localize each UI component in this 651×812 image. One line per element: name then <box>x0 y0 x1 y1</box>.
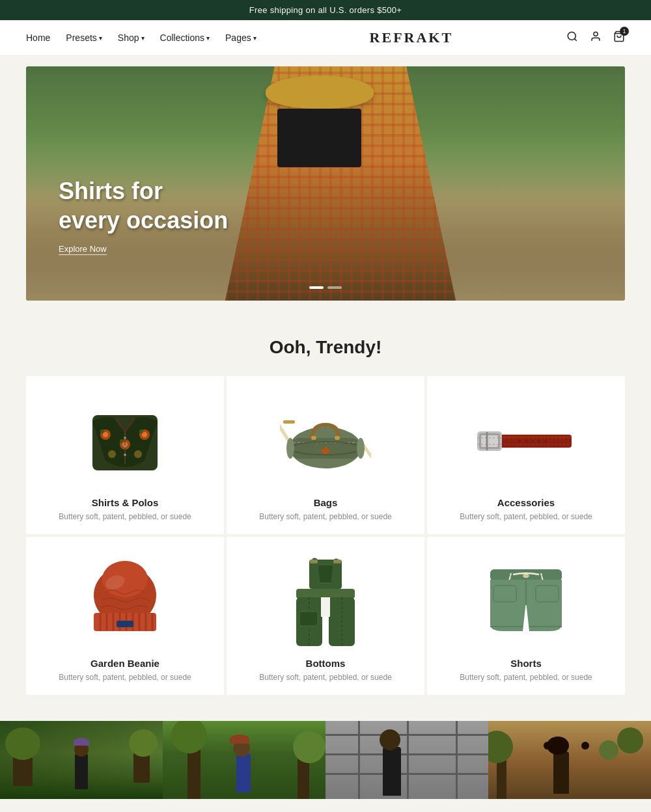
header-icons: 1 <box>566 31 625 46</box>
shorts-product-image <box>474 556 578 647</box>
category-card-shorts[interactable]: Shorts Buttery soft, patent, pebbled, or… <box>427 537 625 695</box>
search-button[interactable] <box>566 31 578 46</box>
svg-point-40 <box>531 440 534 442</box>
site-logo[interactable]: REFRAKT <box>370 29 454 46</box>
trendy-title: Ooh, Trendy! <box>26 337 625 358</box>
category-desc-shorts: Buttery soft, patent, pebbled, or suede <box>460 673 592 682</box>
hero-heading: Shirts for every occasion <box>59 176 228 235</box>
hero-cta-button[interactable]: Explore Now <box>59 244 107 255</box>
svg-point-17 <box>124 437 126 439</box>
svg-point-10 <box>142 432 147 437</box>
trendy-section: Ooh, Trendy! <box>0 311 651 708</box>
svg-rect-22 <box>311 436 316 440</box>
svg-point-19 <box>124 453 126 456</box>
svg-rect-57 <box>117 621 133 627</box>
preview-tile-1[interactable] <box>0 721 163 799</box>
overalls-product-image <box>273 556 378 647</box>
svg-point-38 <box>518 440 521 442</box>
category-desc-bottoms: Buttery soft, patent, pebbled, or suede <box>259 673 391 682</box>
preview-tile-3[interactable] <box>326 721 488 799</box>
hero-text-overlay: Shirts for every occasion Explore Now <box>59 176 228 255</box>
nav-collections[interactable]: Collections ▾ <box>160 33 210 43</box>
svg-rect-68 <box>321 597 330 617</box>
hero-undershirt <box>277 109 361 167</box>
hero-image-container: Shirts for every occasion Explore Now <box>26 66 625 301</box>
hero-section: Shirts for every occasion Explore Now <box>26 66 625 301</box>
svg-point-12 <box>134 450 142 458</box>
category-desc-bags: Buttery soft, patent, pebbled, or suede <box>259 512 391 521</box>
preview-tile-4[interactable] <box>488 721 651 799</box>
category-name-shorts: Shorts <box>510 658 542 669</box>
search-icon <box>566 31 578 42</box>
chevron-down-icon: ▾ <box>206 34 210 42</box>
svg-point-0 <box>568 32 575 40</box>
svg-point-41 <box>538 440 540 442</box>
svg-line-24 <box>280 422 290 442</box>
category-card-bottoms[interactable]: Bottoms Buttery soft, patent, pebbled, o… <box>227 537 424 695</box>
category-card-bags[interactable]: Bags Buttery soft, patent, pebbled, or s… <box>227 376 424 534</box>
svg-point-39 <box>525 440 527 442</box>
svg-point-6 <box>103 432 108 437</box>
cart-button[interactable]: 1 <box>613 31 625 46</box>
svg-rect-71 <box>299 612 318 626</box>
announcement-text: Free shipping on all U.S. orders $500+ <box>249 5 402 15</box>
nav-pages[interactable]: Pages ▾ <box>225 33 256 43</box>
category-card-beanie[interactable]: Garden Beanie Buttery soft, patent, pebb… <box>26 537 224 695</box>
svg-point-11 <box>108 450 116 458</box>
svg-line-1 <box>574 38 576 40</box>
svg-rect-63 <box>310 560 318 563</box>
svg-rect-36 <box>481 435 498 447</box>
svg-point-30 <box>357 438 365 459</box>
category-desc-accessories: Buttery soft, patent, pebbled, or suede <box>460 512 592 521</box>
category-name-bags: Bags <box>314 497 338 508</box>
category-grid: Shirts & Polos Buttery soft, patent, peb… <box>26 376 625 695</box>
category-name-beanie: Garden Beanie <box>90 658 159 669</box>
nav-presets[interactable]: Presets ▾ <box>66 33 102 43</box>
bottom-preview-section <box>0 721 651 799</box>
svg-rect-65 <box>296 589 355 599</box>
category-card-shirts[interactable]: Shirts & Polos Buttery soft, patent, peb… <box>26 376 224 534</box>
beanie-product-image <box>73 556 177 647</box>
category-name-bottoms: Bottoms <box>306 658 346 669</box>
shirt-svg <box>79 402 171 480</box>
belt-product-image <box>474 396 578 487</box>
shorts-svg <box>480 556 572 647</box>
category-name-shirts: Shirts & Polos <box>92 497 159 508</box>
svg-point-2 <box>594 32 598 36</box>
svg-point-29 <box>286 438 294 459</box>
main-nav: Home Presets ▾ Shop ▾ Collections ▾ Page… <box>26 33 256 43</box>
announcement-bar: Free shipping on all U.S. orders $500+ <box>0 0 651 20</box>
category-desc-beanie: Buttery soft, patent, pebbled, or suede <box>59 673 191 682</box>
bag-product-image <box>273 396 378 487</box>
belt-svg <box>474 425 578 457</box>
shirt-product-image <box>73 396 177 487</box>
svg-point-42 <box>544 440 547 442</box>
svg-rect-23 <box>335 436 340 440</box>
hero-dots <box>309 286 342 289</box>
hero-dot-2[interactable] <box>327 286 342 289</box>
hero-dot-1[interactable] <box>309 286 324 289</box>
beanie-svg <box>83 560 167 644</box>
chevron-down-icon: ▾ <box>141 34 145 42</box>
chevron-down-icon: ▾ <box>99 34 102 42</box>
nav-home[interactable]: Home <box>26 33 50 43</box>
category-desc-shirts: Buttery soft, patent, pebbled, or suede <box>59 512 191 521</box>
category-card-accessories[interactable]: Accessories Buttery soft, patent, pebble… <box>427 376 625 534</box>
account-button[interactable] <box>590 31 602 46</box>
category-name-accessories: Accessories <box>497 497 555 508</box>
user-icon <box>590 31 602 42</box>
header: Home Presets ▾ Shop ▾ Collections ▾ Page… <box>0 20 651 56</box>
chevron-down-icon: ▾ <box>253 34 256 42</box>
hero-hat <box>266 75 374 108</box>
nav-shop[interactable]: Shop ▾ <box>118 33 145 43</box>
cart-count-badge: 1 <box>620 27 629 36</box>
svg-rect-64 <box>333 560 341 563</box>
svg-rect-31 <box>283 420 295 424</box>
preview-tile-2[interactable] <box>163 721 326 799</box>
overalls-svg <box>286 553 365 651</box>
svg-point-18 <box>124 445 126 448</box>
bag-svg <box>280 402 371 480</box>
